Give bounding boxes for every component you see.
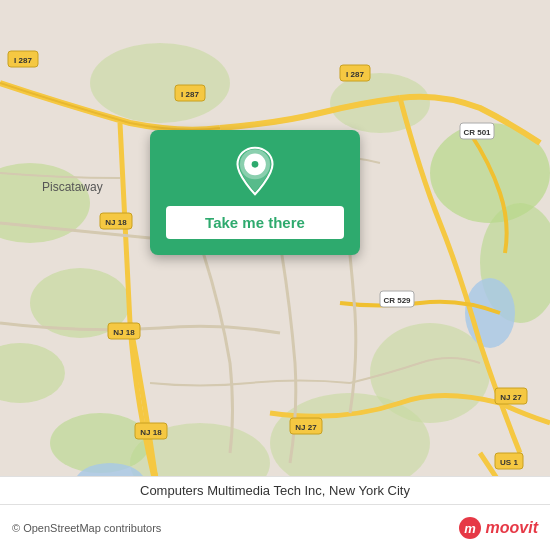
take-me-there-button[interactable]: Take me there — [166, 206, 344, 239]
svg-text:NJ 27: NJ 27 — [295, 423, 317, 432]
svg-point-6 — [90, 43, 230, 123]
svg-text:I 287: I 287 — [346, 70, 364, 79]
map-container: I 287 I 287 I 287 NJ 18 NJ 18 NJ 18 NJ 2… — [0, 0, 550, 550]
svg-text:I 287: I 287 — [181, 90, 199, 99]
svg-text:NJ 18: NJ 18 — [140, 428, 162, 437]
svg-text:CR 501: CR 501 — [463, 128, 491, 137]
svg-text:Piscataway: Piscataway — [42, 180, 103, 194]
svg-text:I 287: I 287 — [14, 56, 32, 65]
bottom-bar: © OpenStreetMap contributors m moovit — [0, 504, 550, 550]
copyright-text: © OpenStreetMap contributors — [12, 522, 161, 534]
map-background: I 287 I 287 I 287 NJ 18 NJ 18 NJ 18 NJ 2… — [0, 0, 550, 550]
moovit-icon: m — [458, 516, 482, 540]
action-card: Take me there — [150, 130, 360, 255]
moovit-text: moovit — [486, 519, 538, 537]
svg-text:US 1: US 1 — [500, 458, 518, 467]
svg-text:NJ 27: NJ 27 — [500, 393, 522, 402]
svg-point-41 — [252, 161, 259, 168]
svg-text:CR 529: CR 529 — [383, 296, 411, 305]
svg-text:NJ 18: NJ 18 — [113, 328, 135, 337]
svg-text:m: m — [464, 521, 476, 536]
moovit-logo: m moovit — [458, 516, 538, 540]
pin-icon — [230, 146, 280, 196]
location-label: Computers Multimedia Tech Inc, New York … — [0, 476, 550, 504]
svg-text:NJ 18: NJ 18 — [105, 218, 127, 227]
location-text: Computers Multimedia Tech Inc, New York … — [140, 483, 410, 498]
